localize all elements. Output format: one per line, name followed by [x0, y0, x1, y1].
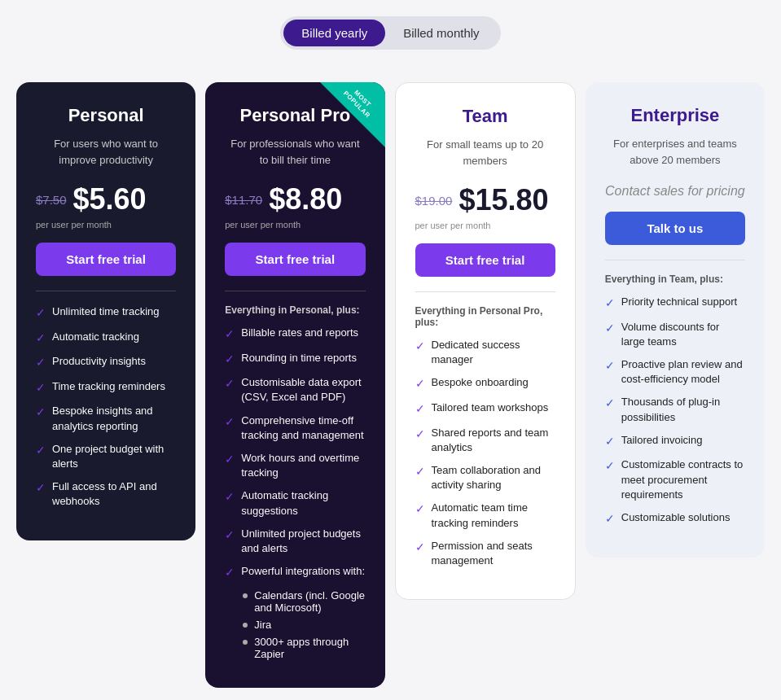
section-label-enterprise: Everything in Team, plus: [605, 273, 745, 285]
feature-text: Full access to API and webhooks [52, 479, 176, 509]
feature-item: ✓ Customizable solutions [605, 510, 745, 527]
billed-monthly-btn[interactable]: Billed monthly [385, 20, 497, 46]
price-row-personal: $7.50 $5.60 [36, 182, 176, 217]
feature-text: Tailored team workshops [432, 400, 549, 415]
feature-item: ✓ Team collaboration and activity sharin… [415, 463, 555, 492]
feature-item: ✓ Thousands of plug-in possibilities [605, 395, 745, 424]
check-icon: ✓ [605, 358, 615, 374]
check-icon: ✓ [605, 434, 615, 450]
price-sub-personal: per user per month [36, 220, 176, 230]
sub-feature-item: 3000+ apps through Zapier [243, 636, 365, 660]
feature-text: Priority technical support [621, 295, 737, 309]
plan-title-enterprise: Enterprise [605, 105, 745, 126]
feature-item: ✓ Automatic tracking [36, 330, 176, 347]
plan-card-team: TeamFor small teams up to 20 members $19… [395, 82, 576, 600]
check-icon: ✓ [225, 326, 235, 343]
feature-text: Automatic tracking suggestions [241, 488, 365, 518]
feature-item: ✓ Priority technical support [605, 295, 745, 312]
check-icon: ✓ [605, 511, 615, 527]
feature-item: ✓ Unlimited project budgets and alerts [225, 527, 365, 556]
feature-text: Rounding in time reports [241, 351, 357, 365]
feature-list-enterprise: ✓ Priority technical support ✓ Volume di… [605, 295, 745, 527]
feature-text: Team collaboration and activity sharing [432, 463, 555, 492]
check-icon: ✓ [225, 452, 235, 468]
plan-title-team: Team [415, 106, 555, 127]
feature-text: Customizable contracts to meet procureme… [621, 457, 745, 502]
check-icon: ✓ [36, 330, 46, 347]
feature-item: ✓ Time tracking reminders [36, 379, 176, 396]
cta-btn-personal-pro[interactable]: Start free trial [225, 243, 365, 276]
section-label-personal-pro: Everything in Personal, plus: [225, 304, 365, 316]
feature-text: Proactive plan review and cost-efficienc… [621, 357, 745, 387]
price-row-team: $19.00 $15.80 [415, 183, 555, 217]
check-icon: ✓ [415, 376, 425, 392]
check-icon: ✓ [36, 380, 46, 396]
popular-badge: MOST POPULAR [320, 82, 385, 147]
feature-item: ✓ Work hours and overtime tracking [225, 451, 365, 480]
plan-desc-personal: For users who want to improve productivi… [36, 136, 176, 168]
check-icon: ✓ [225, 352, 235, 368]
plan-desc-team: For small teams up to 20 members [415, 137, 555, 168]
feature-item: ✓ Productivity insights [36, 354, 176, 371]
plans-container: PersonalFor users who want to improve pr… [16, 82, 765, 688]
feature-item: ✓ Bespoke onboarding [415, 375, 555, 392]
feature-item: ✓ Permission and seats management [415, 539, 555, 568]
plan-card-personal-pro: MOST POPULAR Personal ProFor professiona… [205, 82, 384, 688]
cta-btn-enterprise[interactable]: Talk to us [605, 212, 745, 245]
check-icon: ✓ [605, 295, 615, 312]
feature-item: ✓ One project budget with alerts [36, 442, 176, 471]
feature-text: One project budget with alerts [52, 442, 176, 471]
feature-item: ✓ Tailored invoicing [605, 433, 745, 450]
check-icon: ✓ [225, 414, 235, 431]
feature-text: Unlimited time tracking [52, 304, 160, 319]
feature-item: ✓ Proactive plan review and cost-efficie… [605, 357, 745, 387]
check-icon: ✓ [415, 339, 425, 355]
check-icon: ✓ [36, 305, 46, 322]
feature-text: Work hours and overtime tracking [241, 451, 365, 480]
dot-icon [243, 593, 248, 598]
feature-text: Time tracking reminders [52, 379, 165, 394]
sub-feature-item: Jira [243, 619, 365, 631]
billed-yearly-btn[interactable]: Billed yearly [283, 20, 385, 46]
sub-feature-text: 3000+ apps through Zapier [254, 636, 365, 660]
check-icon: ✓ [415, 464, 425, 480]
divider-team [415, 291, 555, 292]
check-icon: ✓ [605, 458, 615, 475]
cta-btn-personal[interactable]: Start free trial [36, 243, 176, 276]
feature-item: ✓ Bespoke insights and analytics reporti… [36, 404, 176, 433]
check-icon: ✓ [415, 401, 425, 418]
plan-card-enterprise: EnterpriseFor enterprises and teams abov… [586, 82, 765, 558]
check-icon: ✓ [415, 540, 425, 556]
feature-item: ✓ Tailored team workshops [415, 400, 555, 418]
feature-text: Volume discounts for large teams [621, 320, 745, 349]
check-icon: ✓ [605, 396, 615, 412]
feature-text: Productivity insights [52, 354, 146, 369]
divider-personal-pro [225, 291, 365, 291]
plan-desc-enterprise: For enterprises and teams above 20 membe… [605, 136, 745, 168]
sub-feature-item: Calendars (incl. Google and Microsoft) [243, 589, 365, 614]
feature-text: Tailored invoicing [621, 433, 703, 448]
feature-item: ✓ Customizable contracts to meet procure… [605, 457, 745, 502]
dot-icon [243, 623, 248, 628]
price-new-personal: $5.60 [73, 182, 147, 217]
check-icon: ✓ [36, 480, 46, 497]
feature-item: ✓ Unlimited time tracking [36, 304, 176, 322]
check-icon: ✓ [225, 376, 235, 392]
sub-feature-list: Calendars (incl. Google and Microsoft) J… [243, 589, 365, 660]
check-icon: ✓ [36, 355, 46, 371]
feature-text: Bespoke insights and analytics reporting [52, 404, 176, 433]
feature-item: ✓ Shared reports and team analytics [415, 426, 555, 455]
sub-feature-text: Jira [254, 619, 271, 631]
feature-item: ✓ Billable rates and reports [225, 326, 365, 343]
feature-list-personal-pro: ✓ Billable rates and reports ✓ Rounding … [225, 326, 365, 660]
price-new-team: $15.80 [459, 183, 548, 217]
feature-text: Thousands of plug-in possibilities [621, 395, 745, 424]
price-row-personal-pro: $11.70 $8.80 [225, 182, 365, 217]
dot-icon [243, 640, 248, 645]
feature-item: ✓ Rounding in time reports [225, 351, 365, 368]
feature-item: ✓ Full access to API and webhooks [36, 479, 176, 509]
plan-title-personal: Personal [36, 105, 176, 126]
cta-btn-team[interactable]: Start free trial [415, 243, 555, 277]
feature-text: Automatic team time tracking reminders [432, 501, 555, 530]
feature-text: Billable rates and reports [241, 326, 358, 340]
